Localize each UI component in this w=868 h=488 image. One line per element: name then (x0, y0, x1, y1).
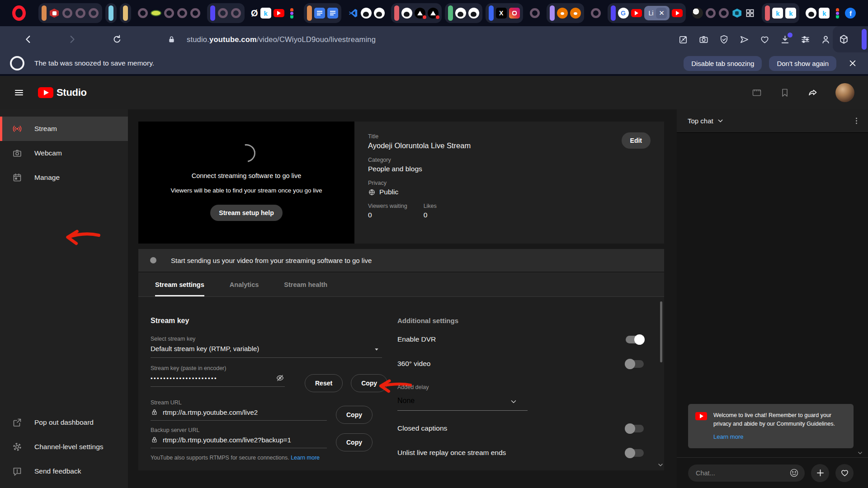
eye-off-icon[interactable] (275, 373, 285, 383)
null-tab-icon[interactable]: Ø (251, 8, 258, 19)
sidebar-item-manage[interactable]: Manage (0, 165, 128, 190)
tab-favicon[interactable] (718, 8, 729, 19)
share-icon[interactable] (807, 87, 818, 98)
reload-icon[interactable] (112, 34, 122, 44)
facebook-tab-icon[interactable]: f (845, 8, 856, 19)
url-text[interactable]: studio.youtube.com/video/CWiyoLD9ouo/liv… (187, 35, 376, 44)
youtube-tab-icon[interactable] (274, 9, 284, 17)
toggle-closed-captions[interactable] (626, 425, 644, 432)
opera-logo-icon[interactable] (12, 5, 26, 21)
back-icon[interactable] (24, 34, 33, 44)
person-icon[interactable] (821, 34, 831, 45)
xcorp-tab-icon[interactable]: X (496, 8, 507, 19)
youtube-studio-logo[interactable]: Studio (38, 87, 87, 99)
chevron-down-icon[interactable] (717, 117, 724, 125)
github-tab-icon[interactable] (455, 8, 466, 19)
chevron-down-icon[interactable] (857, 450, 863, 456)
stream-key-field[interactable]: ••••••••••••••••••••• (151, 374, 285, 387)
gdocs-tab-icon[interactable] (314, 8, 325, 19)
hexcyan-tab-icon[interactable] (731, 8, 742, 19)
tab-group-bar[interactable] (307, 5, 312, 21)
avatar[interactable] (835, 83, 854, 102)
backup-url-field[interactable]: rtmp://b.rtmp.youtube.com/live2?backup=1 (151, 436, 327, 448)
settings-scrollbar[interactable] (660, 301, 662, 362)
stream-url-field[interactable]: rtmp://a.rtmp.youtube.com/live2 (151, 408, 327, 421)
reset-button[interactable]: Reset (305, 374, 343, 392)
bookmark-icon[interactable] (779, 87, 790, 98)
figma-tab-icon[interactable] (832, 8, 843, 19)
snooze-close-icon[interactable] (848, 59, 857, 68)
grid-tab-icon[interactable] (745, 8, 755, 19)
scrollbar-thumb[interactable] (862, 29, 867, 50)
vercel-tab-icon[interactable] (428, 8, 439, 19)
toggle-unlist-live-replay-once-stream-ends[interactable] (626, 449, 644, 457)
instagram-tab-icon[interactable] (509, 8, 520, 19)
tab-favicon[interactable] (231, 8, 241, 19)
download-icon[interactable] (780, 34, 790, 45)
tab-favicon[interactable] (75, 8, 86, 19)
github-tab-icon[interactable] (401, 8, 412, 19)
tab-group-bar[interactable] (210, 5, 215, 21)
kaggle-tab-icon[interactable]: k (785, 8, 796, 19)
pinboard-icon[interactable] (678, 34, 689, 45)
dont-show-again-button[interactable]: Don't show again (769, 56, 836, 71)
added-delay-select[interactable]: None (397, 397, 528, 411)
cube-icon[interactable] (838, 34, 849, 45)
tab-stream-health[interactable]: Stream health (284, 272, 327, 296)
heart-icon[interactable] (760, 34, 770, 45)
chat-menu-icon[interactable] (852, 117, 861, 125)
hexred-tab-icon[interactable] (49, 8, 60, 19)
google-tab-icon[interactable]: G (618, 8, 629, 19)
gdocs-tab-icon[interactable] (327, 8, 338, 19)
copy-backup-url-button[interactable]: Copy (336, 433, 373, 451)
tab-group-bar[interactable] (448, 5, 453, 21)
chat-input[interactable]: Chat... (688, 465, 805, 482)
camera-icon[interactable] (698, 34, 709, 45)
youtube-tab-icon[interactable] (631, 9, 642, 17)
globe2-tab-icon[interactable] (692, 8, 703, 19)
blender-tab-icon[interactable] (557, 8, 568, 19)
blender-tab-icon[interactable] (570, 8, 581, 19)
youtube-tab-icon[interactable] (672, 9, 683, 17)
tab-favicon[interactable] (190, 8, 201, 19)
tab-group-bar[interactable] (550, 5, 555, 21)
tab-group-bar[interactable] (394, 5, 399, 21)
send-icon[interactable] (739, 34, 750, 45)
edit-button[interactable]: Edit (622, 132, 651, 149)
stream-setup-help-button[interactable]: Stream setup help (210, 205, 282, 221)
github-tab-icon[interactable] (468, 8, 479, 19)
figma-tab-icon[interactable] (287, 8, 297, 19)
tab-close-icon[interactable]: ✕ (656, 8, 667, 19)
active-tab[interactable]: Li✕ (644, 6, 670, 20)
tab-group-bar[interactable] (611, 5, 616, 21)
tab-favicon[interactable] (88, 8, 99, 19)
tab-favicon[interactable] (177, 8, 188, 19)
chat-heart-button[interactable] (835, 464, 854, 482)
lock-icon[interactable] (167, 35, 176, 44)
top-chat-selector[interactable]: Top chat (688, 117, 713, 125)
tab-analytics[interactable]: Analytics (230, 272, 259, 296)
tab-group-bar[interactable] (123, 5, 128, 21)
sidebar-item-channel-level-settings[interactable]: Channel-level settings (0, 435, 128, 459)
emoji-icon[interactable] (789, 468, 799, 478)
tab-group-bar[interactable] (489, 5, 494, 21)
chat-learn-more-link[interactable]: Learn more (713, 432, 743, 441)
kaggle-tab-icon[interactable]: k (260, 8, 271, 19)
tab-favicon[interactable] (590, 8, 601, 19)
toggle-360-video[interactable] (626, 360, 644, 368)
scroll-down-icon[interactable] (657, 461, 664, 469)
tab-favicon[interactable] (705, 8, 716, 19)
toggle-enable-dvr[interactable] (626, 336, 644, 343)
sidebar-item-send-feedback[interactable]: Send feedback (0, 459, 128, 483)
github-tab-icon[interactable] (361, 8, 372, 19)
sidebar-item-pop-out-dashboard[interactable]: Pop out dashboard (0, 410, 128, 435)
vercel-tab-icon[interactable] (415, 8, 425, 19)
tab-favicon[interactable] (217, 8, 228, 19)
tab-favicon[interactable] (62, 8, 73, 19)
vscode-tab-icon[interactable] (348, 8, 359, 19)
tab-favicon[interactable] (529, 8, 540, 19)
disable-tab-snoozing-button[interactable]: Disable tab snoozing (684, 56, 762, 71)
shieldcheck-icon[interactable] (719, 34, 729, 45)
oval-tab-icon[interactable] (151, 8, 161, 19)
chat-add-button[interactable] (811, 464, 829, 482)
